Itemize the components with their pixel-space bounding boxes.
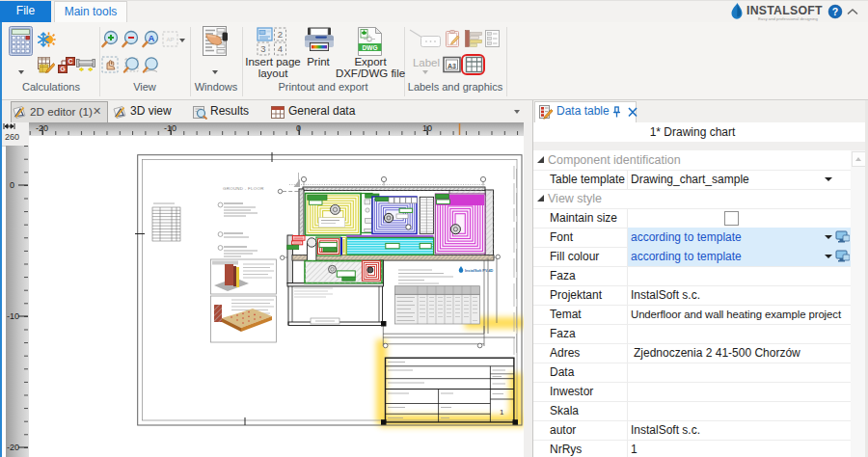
- svg-text:2: 2: [278, 29, 283, 40]
- svg-text:0: 0: [296, 123, 301, 133]
- svg-text:A3: A3: [448, 63, 456, 69]
- svg-text:10: 10: [422, 123, 432, 133]
- svg-text:INSTALSOFT: INSTALSOFT: [746, 4, 823, 17]
- svg-text:GROUND - FLOOR: GROUND - FLOOR: [223, 186, 264, 191]
- svg-text:4: 4: [278, 43, 283, 54]
- svg-text:AP: AP: [166, 37, 174, 42]
- svg-text:Easy and professional designin: Easy and professional designing: [758, 16, 818, 21]
- svg-text:-20: -20: [7, 443, 19, 452]
- svg-text:C: C: [68, 58, 72, 65]
- svg-text:InstalSoft PV-4D: InstalSoft PV-4D: [465, 269, 494, 273]
- svg-text:DWG: DWG: [363, 44, 378, 51]
- svg-text:-20: -20: [36, 123, 48, 133]
- svg-text:260: 260: [5, 132, 19, 142]
- svg-text:-10: -10: [7, 311, 19, 321]
- svg-text:0: 0: [10, 180, 14, 190]
- svg-text:1: 1: [500, 408, 504, 417]
- svg-text:?: ?: [832, 6, 838, 17]
- svg-text:3: 3: [260, 43, 265, 54]
- svg-text:A: A: [149, 33, 155, 43]
- svg-text:G: G: [60, 66, 66, 72]
- svg-text:-10: -10: [164, 123, 176, 133]
